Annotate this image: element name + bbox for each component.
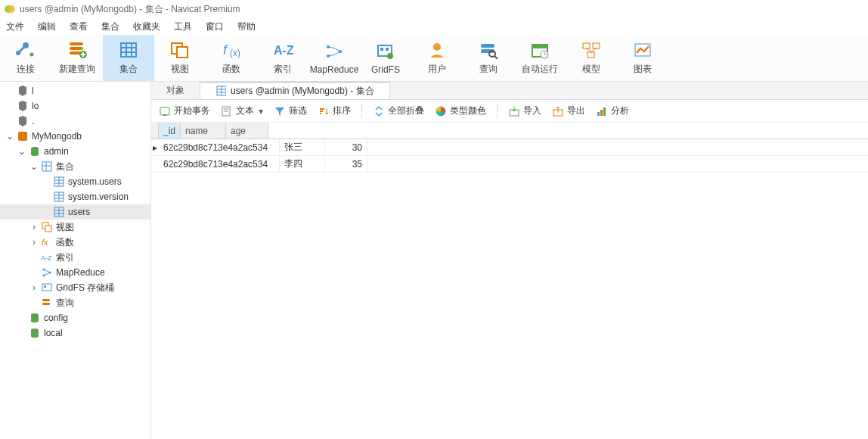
tree-item-l[interactable]: l [0, 83, 150, 98]
tool-label: 集合 [119, 63, 138, 76]
connect-icon [15, 40, 36, 60]
tree-item-system.version[interactable]: system.version [0, 189, 150, 204]
menu-收藏夹[interactable]: 收藏夹 [133, 20, 160, 33]
row-indicator: ▸ [151, 139, 159, 155]
tree-item-label: 集合 [56, 160, 74, 173]
tool-collection[interactable]: 集合 [103, 35, 154, 81]
tree-item-GridFS 存储桶[interactable]: ›GridFS 存储桶 [0, 280, 150, 295]
tree-item-admin[interactable]: ⌄admin [0, 144, 150, 159]
tree-item-查询[interactable]: 查询 [0, 295, 150, 310]
table-icon [53, 206, 65, 218]
begin-transaction-button[interactable]: 开始事务 [159, 104, 210, 117]
type-color-label: 类型颜色 [450, 104, 486, 117]
cell-id[interactable]: 62c29bd8c713e4a2ac534 [159, 156, 280, 172]
menu-文件[interactable]: 文件 [6, 20, 24, 33]
menu-集合[interactable]: 集合 [101, 20, 119, 33]
tree-item-label: users [68, 207, 90, 217]
cell-id[interactable]: 62c29bd8c713e4a2ac534 [159, 139, 280, 155]
table-row[interactable]: 62c29bd8c713e4a2ac534李四35 [151, 156, 868, 173]
tree-item-MapReduce[interactable]: MapReduce [0, 265, 150, 280]
tree-item-MyMongodb[interactable]: ⌄MyMongodb [0, 129, 150, 144]
tool-chart[interactable]: 图表 [617, 35, 668, 81]
cell-name[interactable]: 张三 [280, 139, 325, 155]
table-row[interactable]: ▸62c29bd8c713e4a2ac534张三30 [151, 139, 868, 156]
tree-item-label: . [32, 116, 34, 126]
chevron-right-icon[interactable]: › [30, 237, 38, 248]
type-color-button[interactable]: 类型颜色 [435, 104, 486, 117]
tool-schedule[interactable]: 自动运行 [514, 35, 566, 81]
cell-age[interactable]: 30 [325, 139, 367, 155]
column-header-name[interactable]: name [181, 123, 226, 139]
tool-mapreduce[interactable]: MapReduce [308, 35, 360, 81]
func-icon: f(x) [221, 40, 242, 60]
chevron-down-icon[interactable]: ⌄ [18, 146, 26, 157]
export-button[interactable]: 导出 [552, 104, 585, 117]
chevron-right-icon[interactable]: › [30, 222, 38, 232]
tool-model[interactable]: 模型 [566, 35, 617, 81]
tool-newquery[interactable]: 新建查询 [51, 35, 103, 81]
column-header-age[interactable]: age [226, 123, 268, 139]
schedule-icon [529, 40, 550, 60]
tool-label: 查询 [479, 63, 498, 76]
export-label: 导出 [567, 104, 585, 117]
tool-label: 模型 [582, 63, 600, 76]
tool-index[interactable]: A-Z索引 [257, 35, 308, 81]
menu-查看[interactable]: 查看 [70, 20, 88, 33]
svg-rect-62 [42, 284, 51, 291]
tool-query[interactable]: 查询 [463, 35, 514, 81]
tree-item-函数[interactable]: ›fx函数 [0, 235, 150, 250]
text-mode-label: 文本 [236, 104, 254, 117]
analyze-button[interactable]: 分析 [596, 104, 629, 117]
chart-icon [632, 40, 653, 60]
import-button[interactable]: 导入 [508, 104, 541, 117]
tool-user[interactable]: 用户 [411, 35, 463, 81]
tool-view[interactable]: 视图 [154, 35, 206, 81]
tree-item-集合[interactable]: ⌄集合 [0, 159, 150, 174]
tool-gridfs[interactable]: GridFS [360, 35, 411, 81]
svg-line-30 [494, 56, 498, 59]
tree-item-视图[interactable]: ›视图 [0, 220, 150, 235]
tool-label: 连接 [17, 63, 35, 76]
tool-label: 新建查询 [59, 63, 95, 76]
chevron-right-icon[interactable]: › [30, 282, 38, 293]
tree-item-config[interactable]: config [0, 310, 150, 325]
svg-rect-65 [42, 303, 50, 305]
svg-rect-32 [532, 45, 547, 48]
tool-function[interactable]: f(x)函数 [206, 35, 257, 81]
tree-item-system.users[interactable]: system.users [0, 174, 150, 189]
chevron-down-icon[interactable]: ⌄ [6, 131, 14, 142]
db-icon [29, 145, 41, 157]
tab-object[interactable]: 对象 [151, 82, 200, 99]
query-icon [478, 40, 499, 60]
filter-button[interactable]: 筛选 [274, 104, 307, 117]
model-icon [581, 40, 602, 60]
tree-item-users[interactable]: users [0, 204, 150, 220]
menu-帮助[interactable]: 帮助 [237, 20, 256, 33]
tree-item-索引[interactable]: A-Z索引 [0, 250, 150, 265]
tree-item-.[interactable]: . [0, 114, 150, 129]
tab-label: users @admin (MyMongodb) - 集合 [231, 85, 374, 98]
tool-connect[interactable]: 连接 [0, 35, 51, 81]
svg-rect-80 [600, 110, 603, 116]
tree-item-lo[interactable]: lo [0, 98, 150, 114]
cell-name[interactable]: 李四 [280, 156, 325, 172]
tool-label: 视图 [171, 63, 189, 76]
data-grid[interactable]: _idnameage▸62c29bd8c713e4a2ac534张三3062c2… [151, 123, 868, 173]
sort-button[interactable]: 排序 [318, 104, 351, 117]
mongo-icon [17, 130, 29, 142]
svg-text:(x): (x) [230, 48, 240, 58]
content-tabs: 对象users @admin (MyMongodb) - 集合 [151, 82, 868, 100]
chevron-down-icon[interactable]: ⌄ [30, 161, 38, 172]
cell-age[interactable]: 35 [325, 156, 367, 172]
connection-tree[interactable]: llo.⌄MyMongodb⌄admin⌄集合system.userssyste… [0, 83, 150, 341]
tab-active[interactable]: users @admin (MyMongodb) - 集合 [200, 82, 390, 99]
text-mode-button[interactable]: 文本▾ [221, 104, 263, 117]
menu-窗口[interactable]: 窗口 [206, 20, 224, 33]
collapse-all-button[interactable]: 全部折叠 [373, 104, 424, 117]
column-header-_id[interactable]: _id [159, 123, 181, 139]
menu-编辑[interactable]: 编辑 [38, 20, 56, 33]
menu-工具[interactable]: 工具 [174, 20, 192, 33]
querysmall-icon [41, 297, 53, 309]
tree-item-local[interactable]: local [0, 325, 150, 341]
tool-label: 索引 [274, 63, 292, 76]
